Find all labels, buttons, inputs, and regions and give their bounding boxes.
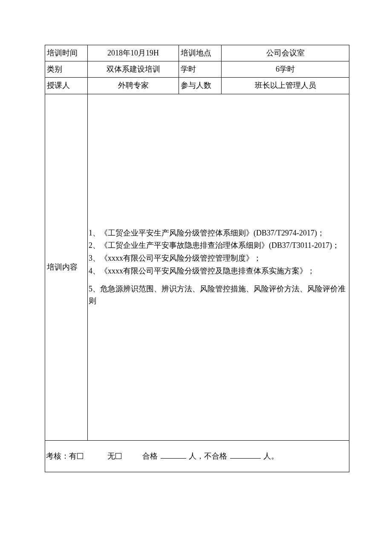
value-training-content: 1、《工贸企业平安生产风险分级管控体系细则》(DB37/T2974-2017)；… [87,94,349,440]
training-record-table: 培训时间 2018年10月19H 培训地点 公司会议室 类别 双体系建设培训 学… [45,45,349,472]
label-train-location: 培训地点 [179,45,222,61]
assessment-prefix: 考核：有 [46,452,77,460]
content-item-5: 5、危急源辨识范围、辨识方法、风险管控措施、风险评价方法、风险评价准则 [89,283,346,307]
blank-pass-count [161,451,186,459]
content-item-1: 1、《工贸企业平安生产风险分级管控体系细则》(DB37/T2974-2017)； [89,227,346,239]
assessment-people-mid: 人，不合格 [189,452,227,460]
value-category: 双体系建设培训 [87,61,179,78]
row-category-hours: 类别 双体系建设培训 学时 6学时 [45,61,349,78]
assessment-pass-label: 合格 [142,452,158,460]
document-page: 培训时间 2018年10月19H 培训地点 公司会议室 类别 双体系建设培训 学… [0,0,392,472]
content-item-4: 4、《xxxx有限公司平安风险分级管控及隐患排查体系实施方案》； [89,265,346,277]
value-train-location: 公司会议室 [222,45,349,61]
row-training-content: 培训内容 1、《工贸企业平安生产风险分级管控体系细则》(DB37/T2974-2… [45,94,349,440]
label-train-time: 培训时间 [45,45,88,61]
label-attendees: 参与人数 [179,78,222,94]
content-item-2: 2、《工贸企业生产平安事故隐患排查治理体系细则》(DB37/T3011-2017… [89,240,346,252]
content-item-3: 3、《xxxx有限公司平安风险分级管控管理制度》； [89,253,346,264]
label-lecturer: 授课人 [45,78,88,94]
value-hours: 6学时 [222,61,349,78]
row-time-location: 培训时间 2018年10月19H 培训地点 公司会议室 [45,45,349,61]
checkbox-no-icon [115,453,121,459]
value-attendees: 班长以上管理人员 [222,78,349,94]
checkbox-yes-icon [77,453,83,459]
assessment-none: 无 [107,452,115,460]
assessment-cell: 考核：有 无 合格 人，不合格 人。 [45,440,349,472]
row-lecturer-attendees: 授课人 外聘专家 参与人数 班长以上管理人员 [45,78,349,94]
assessment-people-end: 人。 [263,452,279,460]
label-category: 类别 [45,61,88,78]
row-assessment: 考核：有 无 合格 人，不合格 人。 [45,440,349,472]
label-training-content: 培训内容 [45,94,88,440]
value-lecturer: 外聘专家 [87,78,179,94]
value-train-time: 2018年10月19H [87,45,179,61]
blank-fail-count [230,451,261,459]
label-hours: 学时 [179,61,222,78]
